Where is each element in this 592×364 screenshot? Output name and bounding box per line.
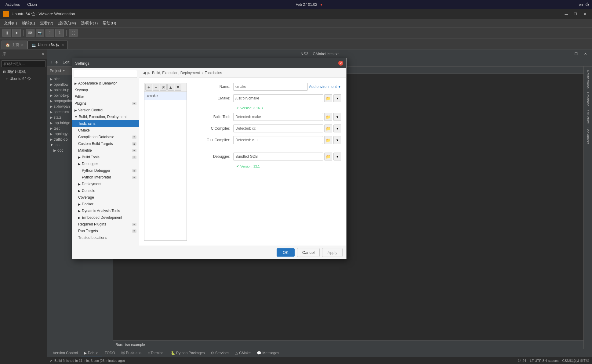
menu-file[interactable]: 文件(F): [2, 20, 20, 27]
settings-item-editor[interactable]: Editor: [72, 93, 139, 100]
tab-terminal[interactable]: ≡ Terminal: [144, 350, 167, 356]
tc-copy-btn[interactable]: ⎘: [160, 84, 167, 91]
c-compiler-input[interactable]: [233, 124, 323, 132]
tab-problems[interactable]: ⓪ Problems: [118, 350, 144, 357]
cancel-button[interactable]: Cancel: [297, 248, 320, 257]
c-compiler-dropdown-btn[interactable]: ▼: [333, 124, 341, 132]
tc-remove-btn[interactable]: −: [153, 84, 159, 91]
debugger-dropdown-btn[interactable]: ▼: [333, 153, 341, 160]
settings-item-python-interpreter[interactable]: Python Interpreter ≡: [72, 174, 139, 181]
settings-item-run-targets[interactable]: Run Targets ≡: [72, 228, 139, 234]
minimize-btn[interactable]: —: [562, 11, 571, 17]
nav-forward-btn[interactable]: ▶: [147, 71, 150, 75]
tab-home[interactable]: 🏠 主页 ✕: [2, 41, 27, 49]
settings-item-coverage[interactable]: Coverage: [72, 194, 139, 201]
restore-btn[interactable]: ❐: [571, 11, 580, 17]
snapshot3-btn[interactable]: ⤵: [55, 29, 64, 37]
settings-search-input[interactable]: [74, 70, 137, 78]
sidebar-item-my-computer[interactable]: 🖥 我的计算机: [0, 68, 47, 75]
apply-button[interactable]: Apply: [322, 248, 343, 257]
send-ctrl-alt-del[interactable]: ⌨: [26, 29, 35, 37]
settings-item-keymap[interactable]: Keymap: [72, 87, 139, 93]
settings-item-required-plugins[interactable]: Required Plugins ≡: [72, 221, 139, 228]
settings-item-toolchains[interactable]: Toolchains: [72, 120, 139, 127]
clion-app-btn[interactable]: CLion: [25, 2, 39, 7]
settings-item-build[interactable]: ▼ Build, Execution, Deployment: [72, 114, 139, 120]
settings-item-build-tools[interactable]: ▶ Build Tools ≡: [72, 154, 139, 160]
sidebar-item-ubuntu[interactable]: □ Ubuntu 64 位: [0, 75, 47, 82]
settings-item-python-debugger[interactable]: Python Debugger ≡: [72, 167, 139, 174]
ide-menu-file[interactable]: File: [49, 59, 60, 65]
settings-item-custom-build[interactable]: Custom Build Targets ≡: [72, 140, 139, 147]
settings-item-debugger[interactable]: ▶ Debugger: [72, 160, 139, 167]
build-tool-input[interactable]: [233, 113, 323, 121]
settings-item-docker[interactable]: ▶ Docker: [72, 201, 139, 207]
settings-item-embedded[interactable]: ▶ Embedded Development: [72, 214, 139, 221]
cpp-compiler-input[interactable]: [233, 136, 323, 144]
menu-help[interactable]: 帮助(H): [100, 20, 118, 27]
ide-menu-edit[interactable]: Edit: [60, 59, 72, 65]
cpp-compiler-dropdown-btn[interactable]: ▼: [333, 136, 341, 144]
fullscreen-btn[interactable]: ⛶: [69, 29, 78, 37]
settings-item-plugins[interactable]: Plugins ≡: [72, 100, 139, 107]
tab-todo[interactable]: TODO: [102, 350, 118, 356]
bookmarks-panel[interactable]: Bookmarks: [585, 126, 591, 146]
build-tool-folder-btn[interactable]: 📁: [324, 113, 332, 121]
settings-item-version-control[interactable]: ▶ Version Control: [72, 107, 139, 114]
power-btn[interactable]: ⏻: [585, 2, 589, 7]
tc-up-btn[interactable]: ▲: [167, 84, 174, 91]
notifications-panel[interactable]: Notifications: [585, 69, 591, 90]
tab-home-close[interactable]: ✕: [21, 43, 24, 47]
settings-item-cmake[interactable]: CMake: [72, 127, 139, 134]
nav-back-btn[interactable]: ◀: [143, 71, 146, 75]
settings-item-trusted-locations[interactable]: Trusted Locations: [72, 234, 139, 241]
toolchain-item-cmake[interactable]: cmake: [144, 92, 187, 100]
settings-item-dynamic-analysis[interactable]: ▶ Dynamic Analysis Tools: [72, 207, 139, 214]
cmake-folder-btn[interactable]: 📁: [324, 94, 332, 102]
name-input[interactable]: [233, 83, 308, 91]
stop-btn[interactable]: ■: [12, 29, 21, 37]
pause-btn[interactable]: ⏸: [2, 29, 11, 37]
settings-close-btn[interactable]: ✕: [338, 61, 343, 66]
tab-services[interactable]: ⚙ Services: [208, 350, 232, 356]
tc-down-btn[interactable]: ▼: [175, 84, 181, 91]
tab-ubuntu-close[interactable]: ✕: [61, 43, 64, 47]
sidebar-close[interactable]: ✕: [42, 52, 45, 56]
c-compiler-folder-btn[interactable]: 📁: [324, 124, 332, 132]
snapshot-btn[interactable]: 📷: [36, 29, 44, 37]
menu-tab[interactable]: 选项卡(T): [78, 20, 100, 27]
close-btn[interactable]: ✕: [580, 11, 589, 17]
debugger-input[interactable]: [233, 153, 323, 160]
ide-minimize[interactable]: —: [563, 50, 571, 57]
tab-messages[interactable]: 💬 Messages: [254, 350, 282, 356]
settings-item-makefile[interactable]: Makefile ≡: [72, 147, 139, 154]
activities-btn[interactable]: Activities: [3, 2, 22, 7]
settings-item-compilation-db[interactable]: Compilation Database ≡: [72, 134, 139, 140]
ok-button[interactable]: OK: [277, 248, 295, 257]
menu-vm[interactable]: 虚拟机(M): [56, 20, 78, 27]
menu-edit[interactable]: 编辑(E): [20, 20, 38, 27]
cpp-compiler-folder-btn[interactable]: 📁: [324, 136, 332, 144]
tab-python-packages[interactable]: 🐍 Python Packages: [168, 350, 208, 356]
settings-item-deployment[interactable]: ▶ Deployment: [72, 181, 139, 187]
settings-item-console[interactable]: ▶ Console: [72, 187, 139, 194]
menu-view[interactable]: 查看(V): [38, 20, 56, 27]
debugger-folder-btn[interactable]: 📁: [324, 153, 332, 160]
tab-cmake-bottom[interactable]: △ CMake: [232, 350, 254, 356]
tc-add-btn[interactable]: +: [145, 84, 152, 91]
sidebar-search-input[interactable]: [1, 60, 46, 67]
cmake-path-input[interactable]: [233, 94, 323, 102]
tab-version-control[interactable]: Version Control: [50, 350, 81, 356]
ide-close[interactable]: ✕: [581, 50, 590, 57]
tab-ubuntu[interactable]: 💻 Ubuntu 64 位 ✕: [27, 41, 68, 49]
project-dropdown-icon[interactable]: ▼: [62, 69, 65, 72]
add-env-btn[interactable]: Add environment ▼: [309, 85, 341, 89]
snapshot2-btn[interactable]: ⤴: [45, 29, 54, 37]
settings-item-appearance[interactable]: ▶ Appearance & Behavior: [72, 80, 139, 87]
database-panel[interactable]: Database: [585, 91, 591, 108]
build-tool-dropdown-btn[interactable]: ▼: [333, 113, 341, 121]
structure-panel[interactable]: Structure: [585, 109, 591, 125]
cmake-dropdown-btn[interactable]: ▼: [333, 94, 341, 102]
ide-restore[interactable]: ❐: [572, 50, 580, 57]
tab-debug[interactable]: ▶ Debug: [81, 350, 102, 356]
